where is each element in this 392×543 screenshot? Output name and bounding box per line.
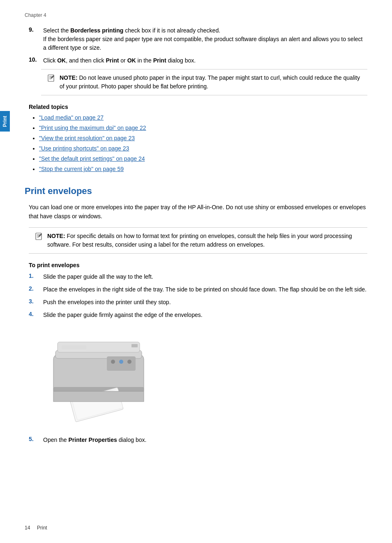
related-link-6[interactable]: "Stop the current job" on page 59 bbox=[39, 166, 124, 172]
envelope-step-1: 1. Slide the paper guide all the way to … bbox=[25, 273, 367, 281]
step-text-2: Place the envelopes in the right side of… bbox=[43, 285, 367, 294]
step-item-9: 9. Select the Borderless printing check … bbox=[25, 26, 367, 52]
related-topic-2: "Print using the maximum dpi" on page 22 bbox=[39, 124, 367, 132]
note-box-1: NOTE: Do not leave unused photo paper in… bbox=[41, 69, 367, 95]
envelope-step-5-list: 5. Open the Printer Properties dialog bo… bbox=[25, 436, 367, 444]
envelope-step-3: 3. Push the envelopes into the printer u… bbox=[25, 298, 367, 307]
related-link-2[interactable]: "Print using the maximum dpi" on page 22 bbox=[39, 125, 146, 131]
step-text-3: Push the envelopes into the printer unti… bbox=[43, 298, 367, 307]
step-item-10: 10. Click OK, and then click Print or OK… bbox=[25, 56, 367, 65]
step-text-5: Open the Printer Properties dialog box. bbox=[43, 436, 367, 444]
related-link-5[interactable]: "Set the default print settings" on page… bbox=[39, 155, 145, 162]
related-topics-list: "Load media" on page 27 "Print using the… bbox=[29, 113, 367, 173]
step-num-5: 5. bbox=[29, 436, 43, 444]
step-text-1: Slide the paper guide all the way to the… bbox=[43, 273, 367, 281]
related-topic-6: "Stop the current job" on page 59 bbox=[39, 165, 367, 173]
svg-point-14 bbox=[127, 360, 131, 364]
section-intro-print-envelopes: You can load one or more envelopes into … bbox=[25, 203, 367, 221]
section-title-print-envelopes: Print envelopes bbox=[25, 186, 367, 196]
note-content-2: For specific details on how to format te… bbox=[47, 233, 352, 248]
page-container: Chapter 4 Print 9. Select the Borderless… bbox=[0, 0, 392, 543]
bold-print-dialog: Print bbox=[153, 57, 166, 64]
step-content-9: Select the Borderless printing check box… bbox=[43, 26, 367, 52]
footer: 14 Print bbox=[25, 525, 47, 531]
printer-image-container bbox=[41, 330, 367, 425]
svg-point-13 bbox=[119, 360, 123, 364]
svg-point-12 bbox=[111, 360, 115, 364]
related-topic-5: "Set the default print settings" on page… bbox=[39, 155, 367, 163]
chapter-label: Chapter 4 bbox=[25, 12, 367, 18]
related-topics: Related topics "Load media" on page 27 "… bbox=[25, 104, 367, 173]
svg-rect-20 bbox=[53, 391, 144, 402]
step-number-9: 9. bbox=[29, 26, 43, 52]
step-number-10: 10. bbox=[29, 56, 43, 65]
related-link-3[interactable]: "View the print resolution" on page 23 bbox=[39, 135, 135, 141]
note-label-2: NOTE: bbox=[47, 233, 65, 239]
subsection-title-print-envelopes: To print envelopes bbox=[25, 262, 367, 268]
envelope-step-4: 4. Slide the paper guide firmly against … bbox=[25, 311, 367, 319]
related-topic-3: "View the print resolution" on page 23 bbox=[39, 134, 367, 143]
bold-ok-2: OK bbox=[127, 57, 136, 64]
bold-print: Print bbox=[106, 57, 119, 64]
related-topic-1: "Load media" on page 27 bbox=[39, 113, 367, 122]
footer-page-number: 14 bbox=[25, 525, 30, 531]
svg-rect-21 bbox=[62, 345, 86, 349]
note-text-1: NOTE: Do not leave unused photo paper in… bbox=[60, 74, 361, 91]
note-icon-1 bbox=[47, 74, 55, 84]
note-box-2: NOTE: For specific details on how to for… bbox=[29, 227, 367, 254]
footer-section-label: Print bbox=[37, 525, 47, 531]
bold-borderless: Borderless printing bbox=[70, 27, 123, 34]
related-topics-title: Related topics bbox=[29, 104, 367, 110]
initial-steps: 9. Select the Borderless printing check … bbox=[25, 26, 367, 65]
note-text-2: NOTE: For specific details on how to for… bbox=[47, 232, 361, 249]
bold-ok-1: OK bbox=[57, 57, 66, 64]
bold-printer-props: Printer Properties bbox=[69, 437, 117, 443]
envelope-step-5: 5. Open the Printer Properties dialog bo… bbox=[25, 436, 367, 444]
step-num-2: 2. bbox=[29, 285, 43, 294]
step-9-subtext: If the borderless paper size and paper t… bbox=[43, 36, 362, 51]
related-link-1[interactable]: "Load media" on page 27 bbox=[39, 114, 104, 121]
note-icon-2 bbox=[35, 232, 43, 242]
sidebar-tab: Print bbox=[0, 111, 10, 132]
envelope-steps: 1. Slide the paper guide all the way to … bbox=[25, 273, 367, 319]
note-label-1: NOTE: bbox=[60, 74, 78, 81]
related-topic-4: "Use printing shortcuts" on page 23 bbox=[39, 144, 367, 153]
printer-illustration bbox=[41, 330, 156, 424]
step-content-10: Click OK, and then click Print or OK in … bbox=[43, 56, 367, 65]
svg-rect-22 bbox=[131, 344, 138, 347]
step-num-3: 3. bbox=[29, 298, 43, 307]
related-link-4[interactable]: "Use printing shortcuts" on page 23 bbox=[39, 145, 129, 152]
envelope-step-2: 2. Place the envelopes in the right side… bbox=[25, 285, 367, 294]
step-num-1: 1. bbox=[29, 273, 43, 281]
step-num-4: 4. bbox=[29, 311, 43, 319]
step-text-4: Slide the paper guide firmly against the… bbox=[43, 311, 367, 319]
note-content-1: Do not leave unused photo paper in the i… bbox=[60, 74, 360, 90]
